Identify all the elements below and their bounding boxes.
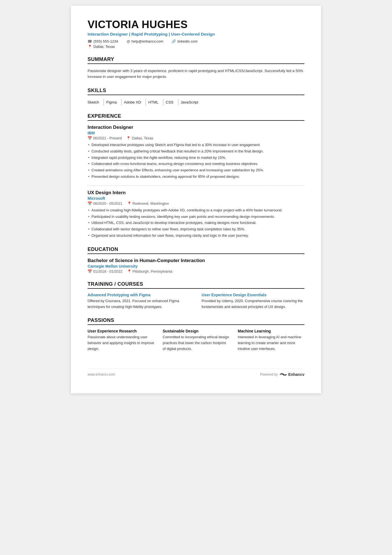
school-name: Carnegie Mellon University: [88, 264, 304, 268]
job-2-location-item: 📍 Redmond, Washington: [127, 201, 169, 206]
email-icon: @: [126, 39, 130, 43]
training-item-1: Advanced Prototyping with Figma Offered …: [88, 293, 190, 310]
job-1: Interaction Designer IBM 📅 06/2021 - Pre…: [88, 125, 304, 180]
skills-list: Sketch Figma Adobe XD HTML CSS JavaScrip…: [88, 99, 304, 105]
job-2-bullet-1: Assisted in creating high-fidelity proto…: [88, 208, 304, 213]
email-item: @ help@enhancv.com: [126, 39, 163, 43]
passions-grid: User Experience Research Passionate abou…: [88, 329, 304, 352]
phone-number: (555) 555-1234: [93, 39, 118, 43]
job-1-meta: 📅 06/2021 - Present 📍 Dallas, Texas: [88, 136, 304, 140]
training-2-title: User Experience Design Essentials: [202, 293, 304, 297]
location-icon-2: 📍: [127, 201, 132, 206]
passions-title: PASSIONS: [88, 317, 304, 325]
training-title: TRAINING / COURSES: [88, 281, 304, 289]
skill-css: CSS: [166, 99, 178, 105]
job-1-bullet-2: Conducted usability tests, gathering cri…: [88, 149, 304, 154]
enhancv-logo-icon: [279, 372, 287, 377]
link-icon: 🔗: [172, 39, 176, 43]
linkedin-url: linkedin.com: [177, 39, 197, 43]
education-section: EDUCATION Bachelor of Science in Human-C…: [88, 246, 304, 273]
job-2-bullet-5: Organized and structured information for…: [88, 233, 304, 239]
footer: www.enhancv.com Powered by Enhancv: [88, 369, 304, 377]
job-divider: [88, 185, 304, 186]
skill-sketch: Sketch: [88, 99, 104, 105]
passion-2-title: Sustainable Design: [163, 329, 229, 333]
calendar-icon-1: 📅: [88, 136, 92, 140]
training-1-title: Advanced Prototyping with Figma: [88, 293, 190, 297]
passions-section: PASSIONS User Experience Research Passio…: [88, 317, 304, 352]
enhancv-logo: Enhancv: [279, 372, 304, 377]
job-1-bullet-1: Developed interactive prototypes using S…: [88, 142, 304, 148]
calendar-icon-edu: 📅: [88, 269, 92, 273]
passion-3-desc: Interested in leveraging AI and machine …: [238, 334, 304, 352]
job-2-company: Microsoft: [88, 196, 304, 201]
job-2-date: 06/2020 - 05/2021: [93, 201, 123, 206]
location-text: Dallas, Texas: [93, 45, 115, 49]
passion-2-desc: Committed to incorporating ethical desig…: [163, 334, 229, 352]
skill-figma: Figma: [106, 99, 122, 105]
candidate-name: VICTORIA HUGHES: [88, 19, 304, 31]
passion-item-2: Sustainable Design Committed to incorpor…: [163, 329, 229, 352]
passion-3-title: Machine Learning: [238, 329, 304, 333]
edu-location: Pittsburgh, Pennsylvania: [133, 269, 172, 273]
job-1-bullet-3: Integrated rapid prototyping into the Ag…: [88, 155, 304, 161]
skill-adobexd: Adobe XD: [124, 99, 146, 105]
edu-location-item: 📍 Pittsburgh, Pennsylvania: [127, 269, 172, 273]
job-1-bullet-6: Presented design solutions to stakeholde…: [88, 174, 304, 180]
job-1-title: Interaction Designer: [88, 125, 304, 130]
summary-text: Passionate designer with 3 years of expe…: [88, 68, 304, 80]
experience-section: EXPERIENCE Interaction Designer IBM 📅 06…: [88, 113, 304, 239]
summary-section: SUMMARY Passionate designer with 3 years…: [88, 56, 304, 80]
training-item-2: User Experience Design Essentials Provid…: [202, 293, 304, 310]
job-2-bullet-3: Utilized HTML, CSS, and JavaScript to de…: [88, 220, 304, 226]
job-2: UX Design Intern Microsoft 📅 06/2020 - 0…: [88, 190, 304, 239]
job-2-date-item: 📅 06/2020 - 05/2021: [88, 201, 123, 206]
job-2-location: Redmond, Washington: [133, 201, 169, 206]
job-2-bullet-4: Collaborated with senior designers to re…: [88, 226, 304, 232]
job-1-location: Dallas, Texas: [132, 136, 153, 140]
training-grid: Advanced Prototyping with Figma Offered …: [88, 293, 304, 310]
job-1-company: IBM: [88, 131, 304, 135]
location-icon-edu: 📍: [127, 269, 132, 273]
brand-name: Enhancv: [288, 372, 304, 377]
linkedin-item: 🔗 linkedin.com: [172, 39, 197, 43]
degree-title: Bachelor of Science in Human-Computer In…: [88, 258, 304, 263]
passion-1-title: User Experience Research: [88, 329, 154, 333]
candidate-title: Interaction Designer | Rapid Prototyping…: [88, 32, 304, 36]
job-1-bullet-5: Created animations using After Effects, …: [88, 167, 304, 173]
skill-html: HTML: [148, 99, 163, 105]
calendar-icon-2: 📅: [88, 201, 92, 206]
job-1-bullets: Developed interactive prototypes using S…: [88, 142, 304, 180]
edu-date-item: 📅 01/2018 - 01/2022: [88, 269, 123, 273]
edu-date: 01/2018 - 01/2022: [93, 269, 123, 273]
location-icon-1: 📍: [126, 136, 131, 140]
experience-title: EXPERIENCE: [88, 113, 304, 121]
phone-item: ☎ (555) 555-1234: [88, 39, 118, 43]
location-item: 📍 Dallas, Texas: [88, 45, 115, 49]
contact-row: ☎ (555) 555-1234 @ help@enhancv.com 🔗 li…: [88, 39, 304, 43]
training-1-desc: Offered by Coursera, 2021. Focused on en…: [88, 298, 190, 310]
education-title: EDUCATION: [88, 246, 304, 254]
phone-icon: ☎: [88, 39, 92, 43]
job-1-bullet-4: Collaborated with cross-functional teams…: [88, 161, 304, 167]
job-2-meta: 📅 06/2020 - 05/2021 📍 Redmond, Washingto…: [88, 201, 304, 206]
footer-website: www.enhancv.com: [88, 373, 115, 376]
footer-brand: Powered by Enhancv: [260, 372, 304, 377]
passion-item-3: Machine Learning Interested in leveragin…: [238, 329, 304, 352]
job-2-bullet-2: Participated in usability testing sessio…: [88, 214, 304, 220]
training-2-desc: Provided by Udemy, 2020. Comprehensive c…: [202, 298, 304, 310]
skills-title: SKILLS: [88, 88, 304, 95]
job-1-date-item: 📅 06/2021 - Present: [88, 136, 122, 140]
training-section: TRAINING / COURSES Advanced Prototyping …: [88, 281, 304, 310]
location-icon: 📍: [88, 45, 92, 49]
powered-by-text: Powered by: [260, 373, 277, 376]
passion-1-desc: Passionate about understanding user beha…: [88, 334, 154, 352]
header: VICTORIA HUGHES Interaction Designer | R…: [88, 19, 304, 49]
job-2-bullets: Assisted in creating high-fidelity proto…: [88, 208, 304, 239]
skills-section: SKILLS Sketch Figma Adobe XD HTML CSS Ja…: [88, 88, 304, 105]
resume-container: VICTORIA HUGHES Interaction Designer | R…: [71, 6, 321, 393]
passion-item-1: User Experience Research Passionate abou…: [88, 329, 154, 352]
edu-meta: 📅 01/2018 - 01/2022 📍 Pittsburgh, Pennsy…: [88, 269, 304, 273]
email-address: help@enhancv.com: [132, 39, 163, 43]
skill-javascript: JavaScript: [181, 99, 203, 105]
